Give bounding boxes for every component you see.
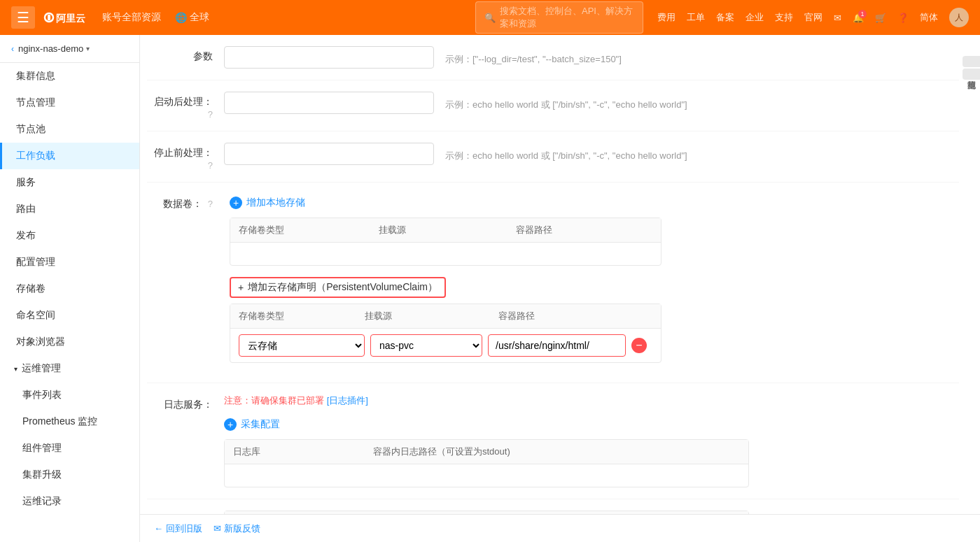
nav-fees[interactable]: 费用 xyxy=(657,11,676,24)
volume-section: 数据卷： ? + 增加本地存储 存储卷类型 挂载源 xyxy=(147,183,959,383)
log-label: 日志服务： xyxy=(147,394,224,411)
back-old-version-label: 回到旧版 xyxy=(166,522,202,535)
sidebar-item-upgrade[interactable]: 集群升级 xyxy=(0,462,139,488)
back-old-version-btn[interactable]: ← 回到旧版 xyxy=(154,522,202,535)
sidebar-item-node-mgmt[interactable]: 节点管理 xyxy=(0,90,139,116)
volume-help-icon[interactable]: ? xyxy=(208,199,213,209)
topnav: ☰ 阿里云 账号全部资源 🌐 全球 🔍 搜索文档、控制台、API、解决方案和资源… xyxy=(0,0,980,35)
params-hint: 示例：["--log_dir=/test", "--batch_size=150… xyxy=(445,49,959,66)
sidebar-item-ops-log[interactable]: 运维记录 xyxy=(0,488,139,515)
logo: 阿里云 xyxy=(43,8,85,27)
pre-stop-input[interactable] xyxy=(224,143,434,165)
nav-official[interactable]: 官网 xyxy=(804,11,822,24)
sidebar-item-workload[interactable]: 工作负载 xyxy=(0,143,139,169)
chevron-down-icon: ▾ xyxy=(86,45,90,52)
storage-type-select[interactable]: 云存储 xyxy=(239,334,365,357)
local-col-path: 容器路径 xyxy=(516,224,653,236)
chevron-down-icon: ▾ xyxy=(14,365,18,373)
container-path-input[interactable] xyxy=(488,334,626,357)
nav-account[interactable]: 账号全部资源 xyxy=(102,11,161,24)
sidebar-group-ops[interactable]: ▾ 运维管理 xyxy=(0,355,139,382)
sidebar-item-service[interactable]: 服务 xyxy=(0,169,139,196)
post-start-label: 启动后处理： ? xyxy=(147,92,224,120)
log-table-body xyxy=(225,464,748,487)
local-table-body xyxy=(230,243,661,265)
sidebar-item-prometheus[interactable]: Prometheus 监控 xyxy=(0,408,139,435)
log-warning-text: 注意：请确保集群已部署 xyxy=(224,395,324,406)
menu-icon[interactable]: ☰ xyxy=(11,6,35,29)
nav-ticket[interactable]: 工单 xyxy=(687,11,705,24)
sidebar-item-storage[interactable]: 存储卷 xyxy=(0,276,139,302)
plus-icon-cloud: + xyxy=(238,282,244,293)
log-table-header: 日志库 容器内日志路径（可设置为stdout) xyxy=(225,440,748,464)
nav-support[interactable]: 支持 xyxy=(775,11,793,24)
sidebar-item-publish[interactable]: 发布 xyxy=(0,222,139,249)
nav-message-icon[interactable]: ✉ xyxy=(834,13,841,23)
params-label: 参数 xyxy=(147,46,224,63)
sidebar-item-config[interactable]: 配置管理 xyxy=(0,249,139,276)
search-bar[interactable]: 🔍 搜索文档、控制台、API、解决方案和资源 xyxy=(475,1,643,34)
feedback-btn[interactable]: ✉ 新版反馈 xyxy=(214,522,260,535)
search-placeholder: 搜索文档、控制台、API、解决方案和资源 xyxy=(500,5,634,30)
back-icon: ‹ xyxy=(11,44,14,54)
right-tab-monitor[interactable]: 监控告警 xyxy=(962,56,980,67)
nav-bell-icon[interactable]: 🔔1 xyxy=(853,13,864,23)
cloud-col-action xyxy=(631,310,652,322)
sidebar: ‹ nginx-nas-demo ▾ 集群信息 节点管理 节点池 工作负载 服务… xyxy=(0,35,140,542)
sidebar-item-object-browser[interactable]: 对象浏览器 xyxy=(0,329,139,355)
nav-cart-icon[interactable]: 🛒 xyxy=(875,13,886,23)
post-start-help-icon[interactable]: ? xyxy=(208,109,213,120)
post-start-hint: 示例：echo hello world 或 ["/bin/sh", "-c", … xyxy=(445,94,959,111)
nav-filing[interactable]: 备案 xyxy=(716,11,734,24)
collect-label: 采集配置 xyxy=(241,418,280,431)
sidebar-header[interactable]: ‹ nginx-nas-demo ▾ xyxy=(0,35,139,63)
feedback-icon: ✉ xyxy=(214,523,221,534)
cloud-table-body: 云存储 nas-pvc − xyxy=(230,329,661,362)
add-collect-config-btn[interactable]: + 采集配置 xyxy=(224,415,280,434)
main-content: 监控告警 规范检测 参数 示例：["--log_dir=/test", "--b… xyxy=(140,35,980,542)
local-table-header: 存储卷类型 挂载源 容器路径 xyxy=(230,218,661,243)
sidebar-item-cluster-info[interactable]: 集群信息 xyxy=(0,63,139,90)
pre-stop-help-icon[interactable]: ? xyxy=(208,160,213,171)
sidebar-item-namespace[interactable]: 命名空间 xyxy=(0,302,139,329)
nav-help-icon[interactable]: ❓ xyxy=(897,13,909,23)
local-col-type: 存储卷类型 xyxy=(239,224,379,236)
post-start-input[interactable] xyxy=(224,92,434,114)
nav-region[interactable]: 🌐 全球 xyxy=(175,11,209,24)
sidebar-item-routing[interactable]: 路由 xyxy=(0,196,139,222)
add-cloud-pvc-btn[interactable]: + 增加云存储声明（PersistentVolumeClaim） xyxy=(230,277,446,298)
back-icon-bottom: ← xyxy=(154,523,163,534)
log-section: 日志服务： 注意：请确保集群已部署 [日志插件] + 采集配置 xyxy=(147,383,959,499)
post-start-section: 启动后处理： ? 示例：echo hello world 或 ["/bin/sh… xyxy=(147,80,959,131)
pvc-source-select[interactable]: nas-pvc xyxy=(370,334,482,357)
log-col-store: 日志库 xyxy=(233,445,373,458)
add-local-storage-btn[interactable]: + 增加本地存储 xyxy=(230,194,305,212)
cluster-name: nginx-nas-demo xyxy=(18,43,83,54)
topnav-right: 费用 工单 备案 企业 支持 官网 ✉ 🔔1 🛒 ❓ 简体 人 xyxy=(657,8,969,27)
pre-stop-section: 停止前处理： ? 示例：echo hello world 或 ["/bin/sh… xyxy=(147,131,959,183)
feedback-label: 新版反馈 xyxy=(224,522,260,535)
add-cloud-label: 增加云存储声明（PersistentVolumeClaim） xyxy=(248,281,438,294)
cloud-col-type: 存储卷类型 xyxy=(239,310,365,322)
local-col-source: 挂载源 xyxy=(379,224,516,236)
avatar[interactable]: 人 xyxy=(949,8,969,27)
right-tab-inspect[interactable]: 规范检测 xyxy=(962,69,980,80)
topnav-links: 账号全部资源 🌐 全球 xyxy=(102,11,209,24)
sidebar-item-node-pool[interactable]: 节点池 xyxy=(0,116,139,143)
nav-lang[interactable]: 简体 xyxy=(920,11,938,24)
pre-stop-content: 示例：echo hello world 或 ["/bin/sh", "-c", … xyxy=(224,143,959,165)
remove-row-btn[interactable]: − xyxy=(631,338,647,353)
add-local-label: 增加本地存储 xyxy=(246,197,305,209)
nav-enterprise[interactable]: 企业 xyxy=(746,11,764,24)
svg-text:阿里云: 阿里云 xyxy=(56,13,85,24)
log-warning-link[interactable]: [日志插件] xyxy=(327,395,368,406)
sidebar-item-components[interactable]: 组件管理 xyxy=(0,435,139,462)
sidebar-item-events[interactable]: 事件列表 xyxy=(0,382,139,408)
params-input[interactable] xyxy=(224,46,434,69)
cloud-table-row: 云存储 nas-pvc − xyxy=(239,334,652,357)
post-start-content: 示例：echo hello world 或 ["/bin/sh", "-c", … xyxy=(224,92,959,114)
params-content: 示例：["--log_dir=/test", "--batch_size=150… xyxy=(224,46,959,69)
pre-stop-label: 停止前处理： ? xyxy=(147,143,224,171)
params-section: 参数 示例：["--log_dir=/test", "--batch_size=… xyxy=(147,35,959,80)
log-content: 注意：请确保集群已部署 [日志插件] + 采集配置 日志库 容器内日志路径（可 xyxy=(224,394,959,487)
